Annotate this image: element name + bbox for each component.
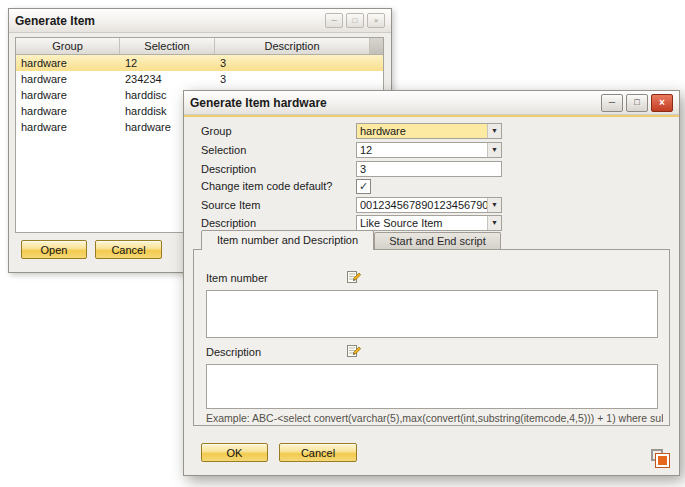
cell-group: hardware: [16, 87, 120, 103]
selection-label: Selection: [201, 142, 246, 158]
cancel-button[interactable]: Cancel: [95, 240, 162, 259]
source-item-label: Source Item: [201, 197, 260, 213]
source-item-value: 00123456789012345679012345: [357, 198, 487, 212]
description-mode-combo[interactable]: Like Source Item ▼: [356, 215, 502, 231]
resize-grip-icon[interactable]: [651, 449, 669, 467]
description-mode-value: Like Source Item: [357, 216, 487, 230]
close-icon[interactable]: ×: [367, 13, 385, 28]
table-header: Group Selection Description: [16, 38, 383, 55]
selection-value: 12: [357, 143, 487, 157]
generate-item-titlebar[interactable]: Generate Item ─ □ ×: [9, 9, 391, 33]
minimize-icon[interactable]: ─: [325, 13, 343, 28]
cell-selection: 234234: [120, 71, 215, 87]
source-item-combo[interactable]: 00123456789012345679012345 ▼: [356, 197, 502, 213]
group-value: hardware: [357, 124, 487, 138]
description-textarea[interactable]: [206, 364, 658, 409]
ok-button[interactable]: OK: [201, 443, 268, 462]
tab-item-number-and-description[interactable]: Item number and Description: [201, 230, 374, 250]
example-text: Example: ABC-<select convert(varchar(5),…: [206, 412, 663, 424]
cell-group: hardware: [16, 103, 120, 119]
dialog-titlebar[interactable]: Generate Item hardware ─ □ ×: [184, 91, 679, 115]
edit-icon[interactable]: [346, 269, 362, 285]
table-row[interactable]: hardware 12 3: [16, 55, 383, 71]
column-header-group[interactable]: Group: [16, 38, 120, 54]
cell-group: hardware: [16, 55, 120, 71]
column-header-spacer: [370, 38, 383, 54]
tab-start-and-end-script[interactable]: Start and End script: [374, 232, 501, 250]
cell-group: hardware: [16, 71, 120, 87]
edit-icon[interactable]: [346, 343, 362, 359]
dialog-title: Generate Item hardware: [190, 96, 598, 110]
window-title: Generate Item: [15, 14, 322, 28]
change-item-code-checkbox[interactable]: ✓: [356, 179, 371, 194]
description-mode-label: Description: [201, 215, 256, 231]
change-item-code-label: Change item code default?: [201, 178, 332, 194]
tab-panel: Item number Description: [193, 249, 670, 426]
chevron-down-icon[interactable]: ▼: [487, 143, 501, 157]
group-label: Group: [201, 123, 232, 139]
table-row[interactable]: hardware 234234 3: [16, 71, 383, 87]
maximize-icon[interactable]: □: [626, 94, 648, 112]
cancel-button[interactable]: Cancel: [279, 443, 357, 462]
cell-group: hardware: [16, 119, 120, 135]
column-header-description[interactable]: Description: [215, 38, 370, 54]
cell-selection: 12: [120, 55, 215, 71]
description-label: Description: [201, 161, 256, 177]
item-number-textarea[interactable]: [206, 290, 658, 338]
description-input[interactable]: 3: [356, 161, 502, 177]
grip-front-square: [656, 454, 669, 467]
description-value: 3: [357, 162, 501, 176]
chevron-down-icon[interactable]: ▼: [487, 216, 501, 230]
chevron-down-icon[interactable]: ▼: [487, 124, 501, 138]
title-accent-line: [184, 115, 679, 117]
maximize-icon[interactable]: □: [346, 13, 364, 28]
cell-description: 3: [215, 55, 370, 71]
check-icon: ✓: [357, 180, 370, 192]
close-icon[interactable]: ×: [651, 94, 673, 112]
chevron-down-icon[interactable]: ▼: [487, 198, 501, 212]
group-combo[interactable]: hardware ▼: [356, 123, 502, 139]
column-header-selection[interactable]: Selection: [120, 38, 215, 54]
window-controls: ─ □ ×: [322, 13, 385, 28]
generate-item-hardware-dialog: Generate Item hardware ─ □ × Group hardw…: [183, 90, 680, 476]
selection-combo[interactable]: 12 ▼: [356, 142, 502, 158]
window-controls: ─ □ ×: [598, 94, 673, 112]
minimize-icon[interactable]: ─: [601, 94, 623, 112]
item-number-label: Item number: [206, 272, 268, 284]
description-panel-label: Description: [206, 346, 261, 358]
cell-description: 3: [215, 71, 370, 87]
open-button[interactable]: Open: [21, 240, 87, 259]
desktop: Generate Item ─ □ × Group Selection Desc…: [0, 0, 685, 487]
